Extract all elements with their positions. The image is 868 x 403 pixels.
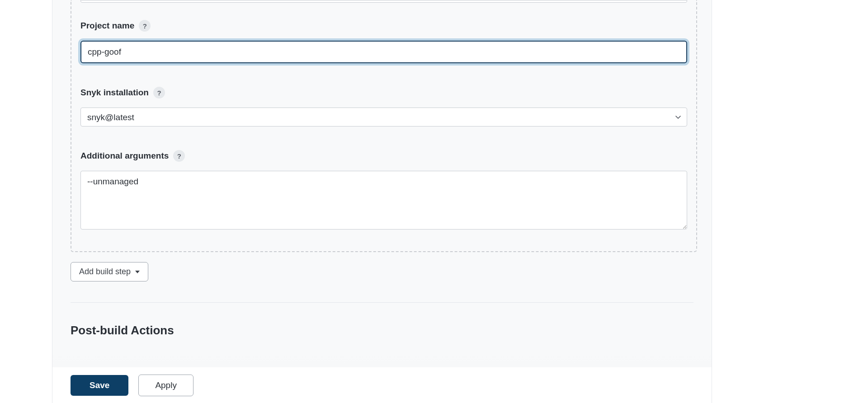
project-name-label: Project name — [80, 21, 134, 31]
footer-bar: Save Apply — [52, 367, 712, 403]
snyk-installation-block: Snyk installation ? snyk@latest — [80, 87, 687, 127]
previous-field-partial — [80, 0, 687, 3]
snyk-installation-select-wrap: snyk@latest — [80, 108, 687, 127]
project-name-label-row: Project name ? — [80, 20, 687, 32]
project-name-input[interactable] — [80, 41, 687, 63]
help-icon[interactable]: ? — [173, 150, 185, 162]
add-build-step-row: Add build step — [71, 262, 712, 281]
snyk-installation-label: Snyk installation — [80, 88, 149, 98]
main-panel: Project name ? Snyk installation ? snyk@… — [52, 0, 712, 403]
caret-down-icon — [135, 271, 140, 273]
add-build-step-button[interactable]: Add build step — [71, 262, 148, 281]
post-build-heading: Post-build Actions — [71, 323, 712, 337]
save-button[interactable]: Save — [71, 375, 128, 396]
add-build-step-label: Add build step — [79, 267, 131, 276]
additional-arguments-input[interactable]: --unmanaged — [80, 171, 687, 230]
additional-arguments-block: Additional arguments ? --unmanaged — [80, 150, 687, 231]
additional-arguments-label-row: Additional arguments ? — [80, 150, 687, 162]
help-icon[interactable]: ? — [139, 20, 151, 32]
help-icon[interactable]: ? — [153, 87, 165, 98]
project-name-block: Project name ? — [80, 20, 687, 63]
truncated-input — [80, 0, 687, 3]
snyk-installation-select[interactable]: snyk@latest — [80, 108, 687, 127]
page-container: Project name ? Snyk installation ? snyk@… — [0, 0, 868, 403]
additional-arguments-label: Additional arguments — [80, 151, 169, 161]
apply-button[interactable]: Apply — [138, 375, 193, 396]
snyk-installation-label-row: Snyk installation ? — [80, 87, 687, 98]
build-step-section: Project name ? Snyk installation ? snyk@… — [71, 0, 697, 252]
section-divider — [71, 302, 693, 303]
